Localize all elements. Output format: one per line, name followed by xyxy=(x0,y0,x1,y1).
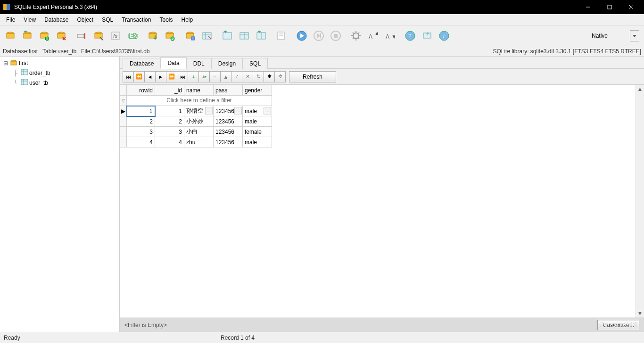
menu-object[interactable]: Object xyxy=(73,15,98,24)
cell-gender[interactable]: male xyxy=(243,137,272,147)
cell-rowid[interactable]: 3 xyxy=(127,127,155,137)
delete-row-icon[interactable]: − xyxy=(209,71,221,82)
nav-next-icon[interactable]: ► xyxy=(155,71,166,82)
cell-gender[interactable]: female xyxy=(243,127,272,137)
maximize-button[interactable] xyxy=(599,0,620,14)
nav-prev-icon[interactable]: ◄ xyxy=(144,71,156,82)
vertical-scrollbar[interactable]: ▲ ▼ xyxy=(636,85,644,318)
col-name[interactable]: name xyxy=(184,85,214,96)
cell-rowid[interactable]: 2 xyxy=(127,116,155,127)
cell-name[interactable]: 小孙孙 xyxy=(184,116,214,127)
cell-pass[interactable]: 123456… xyxy=(214,106,243,116)
about-icon[interactable]: i xyxy=(437,28,452,43)
menu-help[interactable]: Help xyxy=(177,15,197,24)
insert-row-icon[interactable]: + xyxy=(188,71,199,82)
edit-row-icon[interactable]: ▲ xyxy=(220,71,231,82)
table-row[interactable]: 4 4 zhu 123456 male xyxy=(120,137,272,147)
post-icon[interactable]: ✓ xyxy=(231,71,242,82)
cell-editor-icon[interactable]: … xyxy=(264,107,271,114)
bookmark-icon[interactable]: ✱ xyxy=(264,71,275,82)
menu-transaction[interactable]: Transaction xyxy=(117,15,155,24)
tree-table-order[interactable]: ├ order_tb xyxy=(0,68,119,78)
cell-gender[interactable]: male xyxy=(243,116,272,127)
cell-name[interactable]: 小白 xyxy=(184,127,214,137)
open-db-icon[interactable] xyxy=(37,28,52,43)
new-table-icon[interactable] xyxy=(182,28,198,43)
col-rowid[interactable]: rowid xyxy=(127,85,155,96)
tab-data[interactable]: Data xyxy=(160,57,186,69)
help-icon[interactable]: ? xyxy=(403,28,418,43)
cell-name[interactable]: 孙悟空… xyxy=(184,106,214,116)
cell-gender[interactable]: male… xyxy=(243,106,272,116)
data-grid[interactable]: rowid _id name pass gender ▽ Click here … xyxy=(120,85,272,147)
exit-icon[interactable]: EXIT xyxy=(125,28,140,43)
cell-pass[interactable]: 123456 xyxy=(214,137,243,147)
cell-editor-icon[interactable]: … xyxy=(234,107,242,114)
refresh-icon[interactable]: ↻ xyxy=(253,71,264,82)
cell-editor-icon[interactable]: … xyxy=(205,107,213,114)
menu-sql[interactable]: SQL xyxy=(98,15,117,24)
refresh-button[interactable]: Refresh xyxy=(289,71,336,82)
menu-view[interactable]: View xyxy=(19,15,40,24)
close-db-icon[interactable] xyxy=(54,28,69,43)
cell-id[interactable]: 4 xyxy=(155,137,184,147)
stop-icon[interactable] xyxy=(328,28,343,43)
cell-id[interactable]: 2 xyxy=(155,116,184,127)
table-row[interactable]: 3 3 小白 123456 female xyxy=(120,127,272,137)
cell-rowid[interactable]: 1 xyxy=(127,106,155,116)
tree-db-node[interactable]: ⊟ first xyxy=(0,58,119,68)
nav-last-icon[interactable]: ⏭ xyxy=(177,71,188,82)
compare-icon[interactable] xyxy=(237,28,252,43)
scroll-up-icon[interactable]: ▲ xyxy=(636,85,644,93)
alter-table-icon[interactable] xyxy=(199,28,215,43)
menu-file[interactable]: File xyxy=(2,15,19,24)
table-row[interactable]: ▶ 1 1 孙悟空… 123456… male… xyxy=(120,106,272,116)
nav-prev-page-icon[interactable]: ⏪ xyxy=(133,71,145,82)
function-icon[interactable]: fx xyxy=(108,28,123,43)
cell-pass[interactable]: 123456 xyxy=(214,116,243,127)
nav-next-page-icon[interactable]: ⏩ xyxy=(166,71,177,82)
minimize-button[interactable] xyxy=(577,0,599,14)
menu-tools[interactable]: Tools xyxy=(155,15,177,24)
tab-sql[interactable]: SQL xyxy=(242,58,268,69)
cell-rowid[interactable]: 4 xyxy=(127,137,155,147)
font-increase-icon[interactable]: A▲ xyxy=(365,28,380,43)
vacuum-icon[interactable] xyxy=(91,28,106,43)
tree-expand-icon[interactable]: ⊟ xyxy=(3,60,8,66)
col-pass[interactable]: pass xyxy=(214,85,243,96)
commit-icon[interactable] xyxy=(145,28,160,43)
close-button[interactable] xyxy=(620,0,642,14)
col-gender[interactable]: gender xyxy=(243,85,272,96)
tab-design[interactable]: Design xyxy=(211,58,243,69)
new-index-icon[interactable]: ✦ xyxy=(254,28,269,43)
update-icon[interactable] xyxy=(420,28,435,43)
cell-id[interactable]: 3 xyxy=(155,127,184,137)
scroll-down-icon[interactable]: ▼ xyxy=(636,309,644,318)
customize-button[interactable]: Customize... xyxy=(597,320,639,330)
execute-icon[interactable] xyxy=(294,28,309,43)
tree-table-user[interactable]: └ user_tb xyxy=(0,78,119,88)
view-mode-dropdown[interactable] xyxy=(630,30,639,41)
font-decrease-icon[interactable]: A▼ xyxy=(382,28,397,43)
menu-database[interactable]: Database xyxy=(40,15,73,24)
tab-ddl[interactable]: DDL xyxy=(186,58,212,69)
new-view-icon[interactable]: ✦ xyxy=(220,28,235,43)
settings-icon[interactable] xyxy=(348,28,363,43)
filter-hint[interactable]: Click here to define a filter xyxy=(127,96,272,106)
table-row[interactable]: 2 2 小孙孙 123456 male xyxy=(120,116,272,127)
cell-pass[interactable]: 123456 xyxy=(214,127,243,137)
append-row-icon[interactable]: +▸ xyxy=(198,71,210,82)
new-sql-icon[interactable] xyxy=(274,28,289,43)
tab-database[interactable]: Database xyxy=(123,58,161,69)
filter-icon[interactable]: ✲ xyxy=(274,71,286,82)
cancel-icon[interactable]: ✕ xyxy=(242,71,253,82)
execute-next-icon[interactable] xyxy=(311,28,326,43)
cell-name[interactable]: zhu xyxy=(184,137,214,147)
cell-id[interactable]: 1 xyxy=(155,106,184,116)
filter-indicator-icon[interactable]: ▽ xyxy=(120,96,127,106)
col-id[interactable]: _id xyxy=(155,85,184,96)
new-db-icon[interactable] xyxy=(3,28,18,43)
rename-icon[interactable] xyxy=(74,28,89,43)
new-memory-db-icon[interactable]: ✦ xyxy=(20,28,35,43)
rollback-icon[interactable] xyxy=(162,28,177,43)
